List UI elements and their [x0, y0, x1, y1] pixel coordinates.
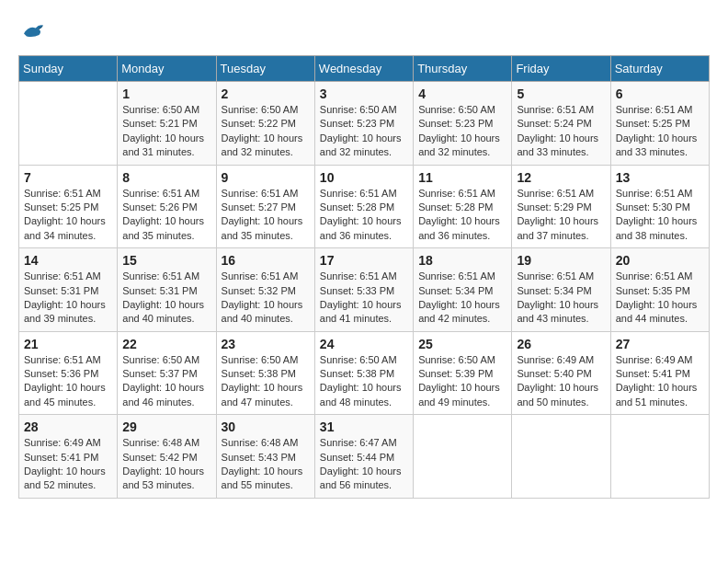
calendar-cell: 6Sunrise: 6:51 AM Sunset: 5:25 PM Daylig…	[610, 82, 709, 166]
calendar-cell: 7Sunrise: 6:51 AM Sunset: 5:25 PM Daylig…	[19, 165, 118, 248]
week-row-2: 7Sunrise: 6:51 AM Sunset: 5:25 PM Daylig…	[19, 165, 710, 248]
week-row-4: 21Sunrise: 6:51 AM Sunset: 5:36 PM Dayli…	[19, 331, 710, 415]
day-info: Sunrise: 6:48 AM Sunset: 5:42 PM Dayligh…	[122, 436, 210, 493]
logo-icon	[18, 18, 46, 46]
day-number: 18	[418, 253, 506, 268]
day-number: 9	[222, 170, 310, 185]
column-header-sunday: Sunday	[19, 56, 118, 82]
day-number: 6	[616, 86, 704, 101]
calendar-cell	[512, 415, 610, 499]
calendar-cell: 17Sunrise: 6:51 AM Sunset: 5:33 PM Dayli…	[314, 248, 413, 332]
day-info: Sunrise: 6:51 AM Sunset: 5:29 PM Dayligh…	[517, 187, 605, 244]
calendar-cell: 20Sunrise: 6:51 AM Sunset: 5:35 PM Dayli…	[610, 248, 709, 332]
header-row: SundayMondayTuesdayWednesdayThursdayFrid…	[19, 56, 710, 82]
day-info: Sunrise: 6:51 AM Sunset: 5:30 PM Dayligh…	[616, 187, 704, 244]
day-number: 10	[320, 170, 408, 185]
day-number: 22	[122, 337, 210, 351]
day-info: Sunrise: 6:51 AM Sunset: 5:28 PM Dayligh…	[320, 187, 408, 244]
column-header-friday: Friday	[512, 56, 610, 82]
week-row-5: 28Sunrise: 6:49 AM Sunset: 5:41 PM Dayli…	[19, 415, 710, 499]
day-number: 20	[616, 253, 704, 268]
day-number: 12	[517, 170, 605, 185]
day-number: 8	[122, 170, 210, 185]
calendar-body: 1Sunrise: 6:50 AM Sunset: 5:21 PM Daylig…	[19, 82, 710, 499]
day-info: Sunrise: 6:50 AM Sunset: 5:22 PM Dayligh…	[222, 103, 310, 160]
calendar-cell: 27Sunrise: 6:49 AM Sunset: 5:41 PM Dayli…	[610, 331, 709, 415]
day-info: Sunrise: 6:50 AM Sunset: 5:21 PM Dayligh…	[122, 103, 210, 160]
day-info: Sunrise: 6:47 AM Sunset: 5:44 PM Dayligh…	[320, 436, 408, 493]
day-number: 1	[122, 86, 210, 101]
day-number: 3	[320, 86, 408, 101]
calendar-header: SundayMondayTuesdayWednesdayThursdayFrid…	[19, 56, 710, 82]
calendar-cell: 19Sunrise: 6:51 AM Sunset: 5:34 PM Dayli…	[512, 248, 610, 332]
day-number: 26	[517, 337, 605, 351]
calendar-cell: 11Sunrise: 6:51 AM Sunset: 5:28 PM Dayli…	[414, 165, 512, 248]
column-header-thursday: Thursday	[414, 56, 512, 82]
day-info: Sunrise: 6:51 AM Sunset: 5:35 PM Dayligh…	[616, 270, 704, 327]
day-number: 31	[320, 419, 408, 434]
day-info: Sunrise: 6:51 AM Sunset: 5:31 PM Dayligh…	[122, 270, 210, 327]
day-info: Sunrise: 6:50 AM Sunset: 5:39 PM Dayligh…	[418, 353, 506, 410]
day-info: Sunrise: 6:51 AM Sunset: 5:32 PM Dayligh…	[222, 270, 310, 327]
calendar-cell: 3Sunrise: 6:50 AM Sunset: 5:23 PM Daylig…	[314, 82, 413, 166]
day-number: 24	[320, 337, 408, 351]
calendar-cell: 28Sunrise: 6:49 AM Sunset: 5:41 PM Dayli…	[19, 415, 118, 499]
day-info: Sunrise: 6:50 AM Sunset: 5:23 PM Dayligh…	[320, 103, 408, 160]
day-info: Sunrise: 6:51 AM Sunset: 5:33 PM Dayligh…	[320, 270, 408, 327]
calendar-cell: 9Sunrise: 6:51 AM Sunset: 5:27 PM Daylig…	[216, 165, 314, 248]
day-number: 13	[616, 170, 704, 185]
day-number: 29	[122, 419, 210, 434]
calendar-table: SundayMondayTuesdayWednesdayThursdayFrid…	[18, 55, 710, 499]
day-info: Sunrise: 6:51 AM Sunset: 5:25 PM Dayligh…	[616, 103, 704, 160]
column-header-saturday: Saturday	[610, 56, 709, 82]
calendar-cell: 1Sunrise: 6:50 AM Sunset: 5:21 PM Daylig…	[118, 82, 216, 166]
day-number: 15	[122, 253, 210, 268]
week-row-1: 1Sunrise: 6:50 AM Sunset: 5:21 PM Daylig…	[19, 82, 710, 166]
calendar-cell: 21Sunrise: 6:51 AM Sunset: 5:36 PM Dayli…	[19, 331, 118, 415]
column-header-monday: Monday	[118, 56, 216, 82]
calendar-cell	[610, 415, 709, 499]
day-info: Sunrise: 6:51 AM Sunset: 5:34 PM Dayligh…	[418, 270, 506, 327]
calendar-cell: 24Sunrise: 6:50 AM Sunset: 5:38 PM Dayli…	[314, 331, 413, 415]
calendar-cell: 26Sunrise: 6:49 AM Sunset: 5:40 PM Dayli…	[512, 331, 610, 415]
day-info: Sunrise: 6:51 AM Sunset: 5:36 PM Dayligh…	[24, 353, 112, 410]
calendar-cell: 8Sunrise: 6:51 AM Sunset: 5:26 PM Daylig…	[118, 165, 216, 248]
calendar-cell: 15Sunrise: 6:51 AM Sunset: 5:31 PM Dayli…	[118, 248, 216, 332]
calendar-cell: 22Sunrise: 6:50 AM Sunset: 5:37 PM Dayli…	[118, 331, 216, 415]
day-info: Sunrise: 6:50 AM Sunset: 5:23 PM Dayligh…	[418, 103, 506, 160]
day-number: 16	[222, 253, 310, 268]
calendar-cell: 2Sunrise: 6:50 AM Sunset: 5:22 PM Daylig…	[216, 82, 314, 166]
calendar-cell: 23Sunrise: 6:50 AM Sunset: 5:38 PM Dayli…	[216, 331, 314, 415]
day-number: 27	[616, 337, 704, 351]
day-number: 5	[517, 86, 605, 101]
calendar-cell: 31Sunrise: 6:47 AM Sunset: 5:44 PM Dayli…	[314, 415, 413, 499]
day-number: 21	[24, 337, 112, 351]
day-info: Sunrise: 6:48 AM Sunset: 5:43 PM Dayligh…	[222, 436, 310, 493]
calendar-cell: 29Sunrise: 6:48 AM Sunset: 5:42 PM Dayli…	[118, 415, 216, 499]
day-info: Sunrise: 6:50 AM Sunset: 5:38 PM Dayligh…	[320, 353, 408, 410]
week-row-3: 14Sunrise: 6:51 AM Sunset: 5:31 PM Dayli…	[19, 248, 710, 332]
day-info: Sunrise: 6:49 AM Sunset: 5:41 PM Dayligh…	[24, 436, 112, 493]
day-info: Sunrise: 6:51 AM Sunset: 5:26 PM Dayligh…	[122, 187, 210, 244]
day-number: 28	[24, 419, 112, 434]
day-number: 30	[222, 419, 310, 434]
day-info: Sunrise: 6:51 AM Sunset: 5:25 PM Dayligh…	[24, 187, 112, 244]
day-number: 2	[222, 86, 310, 101]
calendar-cell: 16Sunrise: 6:51 AM Sunset: 5:32 PM Dayli…	[216, 248, 314, 332]
calendar-cell: 10Sunrise: 6:51 AM Sunset: 5:28 PM Dayli…	[314, 165, 413, 248]
calendar-cell	[19, 82, 118, 166]
column-header-wednesday: Wednesday	[314, 56, 413, 82]
calendar-cell: 30Sunrise: 6:48 AM Sunset: 5:43 PM Dayli…	[216, 415, 314, 499]
calendar-cell	[414, 415, 512, 499]
calendar-cell: 25Sunrise: 6:50 AM Sunset: 5:39 PM Dayli…	[414, 331, 512, 415]
day-number: 4	[418, 86, 506, 101]
column-header-tuesday: Tuesday	[216, 56, 314, 82]
day-info: Sunrise: 6:51 AM Sunset: 5:34 PM Dayligh…	[517, 270, 605, 327]
day-info: Sunrise: 6:50 AM Sunset: 5:37 PM Dayligh…	[122, 353, 210, 410]
day-info: Sunrise: 6:49 AM Sunset: 5:40 PM Dayligh…	[517, 353, 605, 410]
day-number: 23	[222, 337, 310, 351]
page-header	[18, 18, 710, 46]
day-number: 11	[418, 170, 506, 185]
day-info: Sunrise: 6:51 AM Sunset: 5:31 PM Dayligh…	[24, 270, 112, 327]
day-number: 19	[517, 253, 605, 268]
